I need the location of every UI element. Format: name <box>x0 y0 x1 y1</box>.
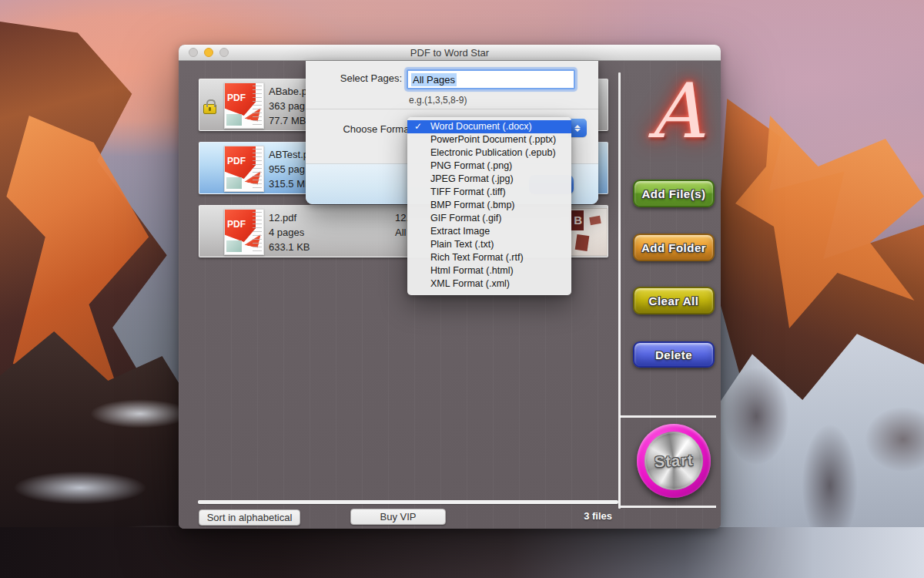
wallpaper-bottom-strip <box>0 527 924 578</box>
select-pages-label: Select Pages: <box>306 72 402 84</box>
menu-item-png[interactable]: PNG Format (.png) <box>407 160 571 173</box>
pdf-file-icon: PDF <box>224 82 264 129</box>
menu-item-extract-image[interactable]: Extract Image <box>407 225 571 238</box>
start-area-divider <box>620 415 716 418</box>
select-pages-input[interactable]: All Pages <box>407 69 575 89</box>
start-button-face: Start <box>644 432 703 490</box>
file-pages: 4 pages <box>269 225 310 240</box>
menu-item-txt[interactable]: Plain Text (.txt) <box>407 238 571 251</box>
zoom-button[interactable] <box>219 48 229 57</box>
start-button-label: Start <box>654 451 694 471</box>
preview-thumbnail: B <box>569 208 608 256</box>
file-size: 633.1 KB <box>269 240 310 254</box>
file-name: 12.pdf <box>269 210 310 225</box>
add-folder-button[interactable]: Add Folder <box>633 234 715 261</box>
close-button[interactable] <box>189 48 198 57</box>
file-name: ABabe.p <box>269 84 307 99</box>
selected-text: All Pages <box>411 73 457 86</box>
pages-hint: e.g.(1,3,5,8-9) <box>409 95 467 106</box>
format-dropdown-menu: ✓ Word Document (.docx) PowerPoint Docum… <box>407 117 571 295</box>
sort-alphabetical-button[interactable]: Sort in alphabetical <box>199 509 300 526</box>
menu-item-pptx[interactable]: PowerPoint Document (.pptx) <box>407 133 571 146</box>
minimize-button[interactable] <box>204 48 213 57</box>
file-info: ABabe.p 363 pag 77.7 MB <box>269 84 307 128</box>
menu-item-jpg[interactable]: JPEG Format (.jpg) <box>407 173 571 186</box>
desktop: PDF to Word Star PDF ABabe.p 363 pag 77.… <box>0 0 924 578</box>
file-info: 12.pdf 4 pages 633.1 KB <box>269 210 310 254</box>
footer-divider-right <box>621 506 716 508</box>
add-files-button[interactable]: Add File(s) <box>633 180 715 207</box>
traffic-lights <box>189 48 229 57</box>
sheet-separator <box>306 109 598 109</box>
buy-vip-button[interactable]: Buy VIP <box>350 509 446 525</box>
pdf-file-icon: PDF <box>224 146 264 192</box>
titlebar[interactable]: PDF to Word Star <box>179 45 721 61</box>
window-title: PDF to Word Star <box>179 47 721 59</box>
menu-item-gif[interactable]: GIF Format (.gif) <box>407 212 571 225</box>
menu-item-docx[interactable]: ✓ Word Document (.docx) <box>407 120 571 133</box>
menu-item-rtf[interactable]: Rich Text Format (.rtf) <box>407 251 571 264</box>
lock-icon <box>203 104 216 114</box>
footer-divider-left <box>198 500 618 504</box>
menu-item-tiff[interactable]: TIFF Format (.tiff) <box>407 186 571 199</box>
menu-item-xml[interactable]: XML Format (.xml) <box>407 277 571 291</box>
app-logo: A <box>631 65 721 165</box>
start-button[interactable]: Start <box>637 424 711 498</box>
vertical-divider <box>618 72 621 509</box>
file-size: 77.7 MB <box>269 113 307 128</box>
pdf-file-icon: PDF <box>224 209 264 255</box>
files-count-label: 3 files <box>504 510 612 522</box>
menu-item-epub[interactable]: Electronic Publication (.epub) <box>407 146 571 160</box>
app-window: PDF to Word Star PDF ABabe.p 363 pag 77.… <box>179 45 721 529</box>
delete-button[interactable]: Delete <box>633 341 715 368</box>
menu-item-html[interactable]: Html Format (.html) <box>407 264 571 277</box>
clear-all-button[interactable]: Clear All <box>633 287 715 314</box>
menu-item-bmp[interactable]: BMP Format (.bmp) <box>407 199 571 212</box>
file-pages: 363 pag <box>269 99 307 113</box>
checkmark-icon: ✓ <box>414 120 422 133</box>
choose-format-label: Choose Format <box>306 123 412 135</box>
